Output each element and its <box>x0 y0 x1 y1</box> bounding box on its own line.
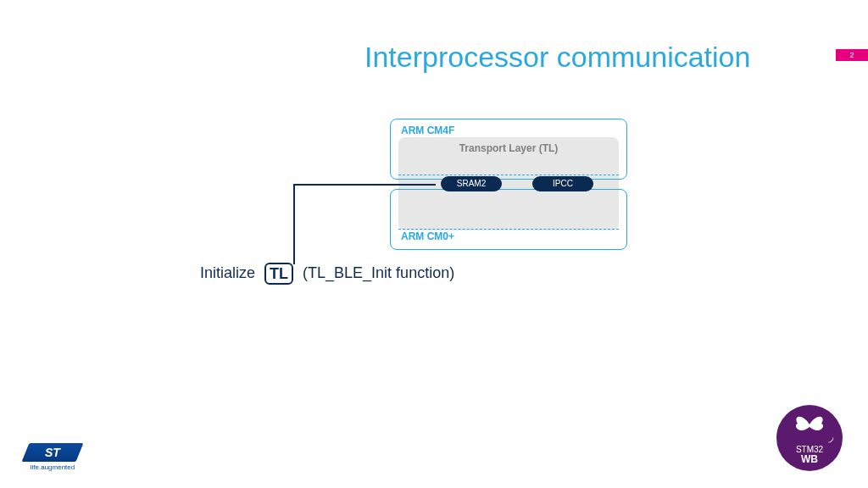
wb-label: WB <box>801 454 818 464</box>
butterfly-icon <box>793 412 826 437</box>
st-logo: ST life.augmented <box>25 443 80 471</box>
connector-vertical <box>293 184 295 264</box>
st-logo-tagline: life.augmented <box>25 463 80 471</box>
stm32wb-badge: ⟯ STM32 WB <box>776 405 843 471</box>
cpu-cm0plus-label: ARM CM0+ <box>391 190 626 242</box>
slide-title: Interprocessor communication <box>364 41 750 74</box>
connector-horizontal <box>293 184 436 186</box>
page-number-badge: 2 <box>836 49 868 61</box>
st-logo-text: ST <box>45 446 60 459</box>
tl-highlight-box: TL <box>264 263 293 285</box>
cpu-cm4f-label: ARM CM4F <box>391 119 626 136</box>
caption-suffix: (TL_BLE_Init function) <box>303 264 454 281</box>
caption-prefix: Initialize <box>200 264 255 281</box>
wireless-icon: ⟯ <box>827 435 838 446</box>
cpu-block-cm0plus: ARM CM0+ <box>390 189 627 250</box>
cpu-block-cm4f: ARM CM4F <box>390 119 627 180</box>
caption-line: Initialize TL (TL_BLE_Init function) <box>200 263 454 285</box>
sram2-pill: SRAM2 <box>441 176 502 191</box>
st-logo-bar: ST <box>22 443 84 462</box>
ipcc-pill: IPCC <box>532 176 593 191</box>
